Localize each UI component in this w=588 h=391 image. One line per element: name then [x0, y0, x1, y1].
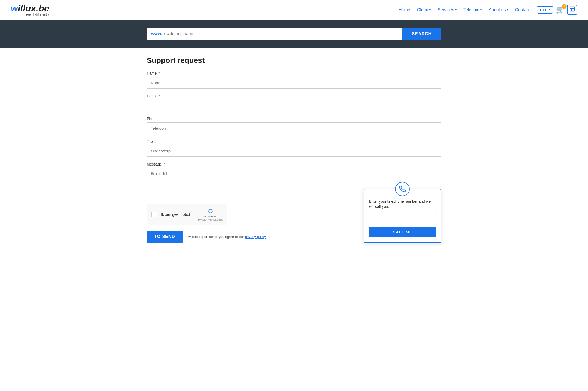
domain-input-wrap: www. [147, 28, 402, 40]
nav-telecom[interactable]: Telecom ▾ [461, 6, 485, 14]
nav-cloud[interactable]: Cloud ▾ [414, 6, 434, 14]
nav-services[interactable]: Services ▾ [435, 6, 459, 14]
nav-contact[interactable]: Contact [512, 6, 533, 14]
callme-phone-input[interactable] [369, 213, 436, 223]
callme-popup: Enter your telephone number and we will … [364, 189, 441, 243]
nav-home[interactable]: Home [396, 6, 413, 14]
recaptcha-logo: ♻ reCAPTCHA Privacy - Voorwaarden [198, 208, 223, 221]
cart-badge: 2 [562, 4, 567, 9]
help-button[interactable]: HELP [537, 6, 553, 14]
recaptcha-icon: ♻ [208, 208, 213, 215]
email-label: E-mail * [147, 94, 441, 98]
captcha-checkbox[interactable] [151, 212, 157, 217]
chevron-down-icon: ▾ [455, 8, 457, 11]
message-label: Message * [147, 162, 441, 166]
captcha-label: Ik ben geen robot [161, 212, 194, 217]
email-field-group: E-mail * [147, 94, 441, 111]
cart-button[interactable]: 🛒 2 [556, 6, 564, 14]
nav-about[interactable]: About us ▾ [486, 6, 511, 14]
search-bar: www. SEARCH [147, 28, 441, 40]
send-note: By clicking on send, you agree to our pr… [187, 235, 268, 239]
chevron-down-icon: ▾ [480, 8, 482, 11]
required-star: * [158, 71, 160, 75]
svg-rect-0 [570, 7, 575, 11]
phone-field-group: Phone [147, 117, 441, 134]
www-label: www. [151, 32, 162, 36]
callme-button[interactable]: CALL ME [369, 227, 436, 237]
header-icons: HELP 🛒 2 [537, 5, 577, 15]
captcha-links: Privacy - Voorwaarden [198, 218, 223, 221]
domain-search-input[interactable] [163, 28, 398, 40]
search-button[interactable]: SEARCH [402, 28, 441, 40]
name-field-group: Name * [147, 71, 441, 89]
topic-input[interactable] [147, 145, 441, 157]
chevron-down-icon: ▾ [507, 8, 508, 11]
search-section: www. SEARCH [0, 20, 588, 48]
chevron-down-icon: ▾ [429, 8, 431, 11]
topic-field-group: Topic [147, 139, 441, 157]
callme-body: Enter your telephone number and we will … [364, 189, 441, 242]
topic-label: Topic [147, 139, 441, 144]
required-star: * [164, 162, 165, 166]
main-content: Support request Name * E-mail * Phone To… [141, 48, 447, 259]
email-input[interactable] [147, 100, 441, 111]
required-star: * [159, 94, 160, 98]
send-button[interactable]: TO SEND [147, 231, 183, 243]
privacy-policy-link[interactable]: privacy policy [245, 235, 266, 239]
phone-label: Phone [147, 117, 441, 121]
user-account-icon[interactable] [567, 5, 577, 15]
name-input[interactable] [147, 77, 441, 89]
name-label: Name * [147, 71, 441, 75]
captcha-widget[interactable]: Ik ben geen robot ♻ reCAPTCHA Privacy - … [147, 204, 227, 225]
logo-tagline: see IT differently [11, 13, 49, 16]
phone-input[interactable] [147, 122, 441, 134]
logo[interactable]: willux.be see IT differently [11, 3, 49, 16]
callme-description: Enter your telephone number and we will … [369, 199, 436, 209]
main-nav: Home Cloud ▾ Services ▾ Telecom ▾ About … [396, 6, 533, 14]
page-title: Support request [147, 56, 441, 65]
phone-icon [395, 182, 410, 196]
